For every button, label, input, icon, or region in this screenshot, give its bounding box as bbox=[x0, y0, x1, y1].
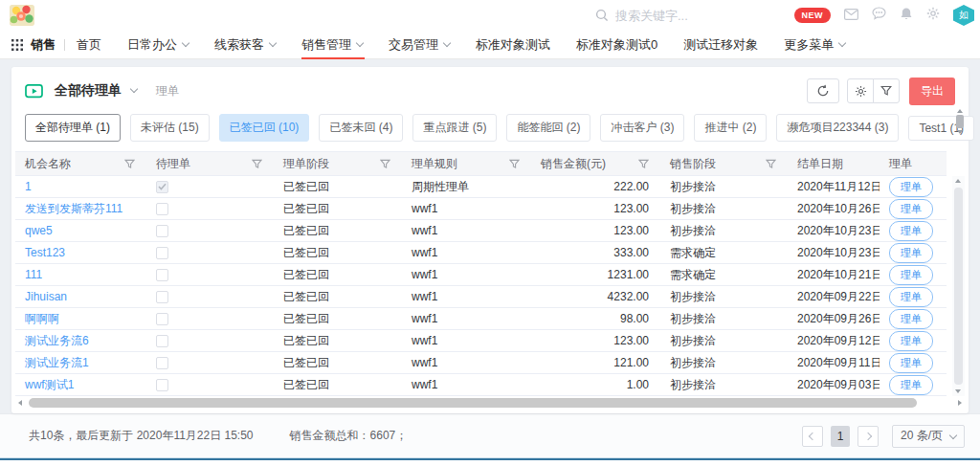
opportunity-link[interactable]: Test123 bbox=[25, 246, 65, 259]
opportunity-link[interactable]: 测试业务流1 bbox=[25, 355, 89, 371]
opportunity-link[interactable]: Jihuisan bbox=[25, 290, 67, 303]
nav-item-交易管理[interactable]: 交易管理 bbox=[389, 31, 450, 59]
pending-checkbox[interactable] bbox=[156, 335, 168, 347]
column-header[interactable]: 机会名称 bbox=[15, 152, 146, 175]
global-search[interactable] bbox=[595, 0, 759, 31]
opportunity-link[interactable]: qwe5 bbox=[25, 224, 53, 237]
app-logo[interactable] bbox=[10, 5, 34, 26]
inbox-icon[interactable] bbox=[844, 7, 858, 24]
page-size-select[interactable]: 20 条/页 bbox=[892, 425, 965, 448]
opportunity-link[interactable]: wwf测试1 bbox=[25, 377, 74, 393]
scroll-down-icon[interactable] bbox=[955, 389, 961, 393]
nav-item-label: 交易管理 bbox=[389, 36, 438, 54]
opportunity-link[interactable]: 1 bbox=[25, 180, 32, 193]
scroll-left-icon[interactable] bbox=[18, 400, 22, 406]
nav-item-标准对象测试[interactable]: 标准对象测试 bbox=[476, 31, 550, 59]
filter-chip[interactable]: 已签未回 (4) bbox=[319, 114, 403, 142]
pending-checkbox[interactable] bbox=[156, 313, 168, 325]
funnel-filter-icon[interactable] bbox=[380, 159, 390, 169]
filter-button[interactable] bbox=[873, 78, 900, 103]
handle-order-button[interactable]: 理单 bbox=[889, 353, 933, 373]
handle-order-button[interactable]: 理单 bbox=[889, 331, 933, 351]
handle-order-button[interactable]: 理单 bbox=[889, 243, 933, 263]
filter-chip[interactable]: 能签能回 (2) bbox=[506, 114, 590, 142]
nav-item-标准对象测试0[interactable]: 标准对象测试0 bbox=[576, 31, 657, 59]
funnel-filter-icon[interactable] bbox=[766, 159, 776, 169]
opportunity-link[interactable]: 发送到发斯蒂芬111 bbox=[25, 201, 122, 217]
new-badge[interactable]: NEW bbox=[794, 8, 832, 23]
scroll-right-icon[interactable] bbox=[958, 400, 962, 406]
opportunity-name-cell: 测试业务流1 bbox=[15, 352, 146, 373]
bell-icon[interactable] bbox=[900, 7, 913, 25]
opportunity-link[interactable]: 测试业务流6 bbox=[25, 333, 89, 349]
nav-item-日常办公[interactable]: 日常办公 bbox=[127, 31, 189, 59]
scroll-down-icon[interactable] bbox=[957, 130, 963, 134]
nav-item-线索获客[interactable]: 线索获客 bbox=[214, 31, 276, 59]
handle-order-button[interactable]: 理单 bbox=[889, 221, 933, 241]
filter-chip[interactable]: 已签已回 (10) bbox=[219, 114, 310, 142]
scroll-up-icon[interactable] bbox=[955, 179, 961, 183]
handle-order-button[interactable]: 理单 bbox=[889, 309, 933, 329]
nav-item-更多菜单[interactable]: 更多菜单 bbox=[784, 31, 845, 59]
handle-order-button[interactable]: 理单 bbox=[889, 265, 933, 285]
pending-checkbox[interactable] bbox=[156, 203, 168, 215]
nav-item-测试迁移对象[interactable]: 测试迁移对象 bbox=[683, 31, 758, 59]
filter-chip[interactable]: 全部待理单 (1) bbox=[25, 114, 121, 142]
nav-item-销售管理[interactable]: 销售管理 bbox=[301, 31, 363, 59]
chips-scrollbar[interactable] bbox=[954, 109, 966, 134]
scroll-up-icon[interactable] bbox=[957, 109, 963, 113]
pending-checkbox[interactable] bbox=[156, 225, 168, 237]
horizontal-scrollbar[interactable] bbox=[17, 398, 963, 408]
funnel-filter-icon[interactable] bbox=[509, 159, 520, 169]
nav-item-label: 标准对象测试0 bbox=[576, 36, 657, 54]
column-label: 销售阶段 bbox=[670, 156, 716, 172]
funnel-filter-icon[interactable] bbox=[252, 159, 262, 169]
view-selector[interactable]: 全部待理单 bbox=[55, 82, 122, 100]
pending-checkbox[interactable] bbox=[156, 247, 168, 259]
funnel-filter-icon[interactable] bbox=[638, 159, 649, 169]
scroll-thumb[interactable] bbox=[956, 115, 964, 128]
sales-stage-cell: 初步接洽 bbox=[660, 220, 788, 241]
refresh-button[interactable] bbox=[807, 78, 839, 103]
handle-order-button[interactable]: 理单 bbox=[889, 177, 933, 197]
opportunity-link[interactable]: 啊啊啊 bbox=[25, 311, 59, 327]
pending-checkbox[interactable] bbox=[156, 291, 168, 303]
column-header[interactable]: 理单阶段 bbox=[274, 152, 402, 175]
prev-page-button[interactable] bbox=[802, 426, 823, 447]
nav-item-首页[interactable]: 首页 bbox=[77, 31, 101, 59]
column-header[interactable]: 理单 bbox=[880, 152, 947, 175]
pending-checkbox[interactable] bbox=[156, 181, 168, 193]
handle-order-button[interactable]: 理单 bbox=[889, 375, 933, 395]
column-header[interactable]: 销售阶段 bbox=[660, 152, 788, 175]
filter-chip[interactable]: 冲击客户 (3) bbox=[600, 114, 684, 142]
chevron-down-icon[interactable] bbox=[130, 85, 138, 93]
filter-chip[interactable]: 濒危项目223344 (3) bbox=[776, 114, 899, 142]
action-cell: 理单 bbox=[880, 286, 947, 307]
pending-checkbox[interactable] bbox=[156, 269, 168, 281]
vertical-scrollbar[interactable] bbox=[952, 176, 965, 396]
handle-order-button[interactable]: 理单 bbox=[889, 199, 933, 219]
scroll-thumb[interactable] bbox=[954, 188, 963, 385]
gear-icon[interactable] bbox=[926, 7, 940, 24]
funnel-filter-icon[interactable] bbox=[124, 159, 135, 169]
column-header[interactable]: 销售金额(元) bbox=[531, 152, 660, 175]
user-avatar[interactable]: 如 bbox=[953, 5, 974, 26]
column-header[interactable]: 理单规则 bbox=[402, 152, 531, 175]
filter-chip[interactable]: 重点跟进 (5) bbox=[412, 114, 497, 142]
opportunity-link[interactable]: 111 bbox=[25, 268, 42, 281]
next-page-button[interactable] bbox=[858, 426, 879, 447]
handle-order-button[interactable]: 理单 bbox=[889, 287, 933, 307]
pending-checkbox[interactable] bbox=[156, 379, 168, 391]
scroll-thumb[interactable] bbox=[29, 398, 917, 408]
filter-chip[interactable]: 推进中 (2) bbox=[694, 114, 767, 142]
app-grid-icon[interactable] bbox=[11, 39, 23, 51]
filter-chip[interactable]: 未评估 (15) bbox=[130, 114, 210, 142]
column-header[interactable]: 结单日期 bbox=[788, 152, 880, 175]
settings-button[interactable] bbox=[847, 78, 874, 103]
current-page[interactable]: 1 bbox=[831, 426, 850, 447]
chat-icon[interactable] bbox=[872, 7, 886, 24]
column-header[interactable]: 待理单 bbox=[146, 152, 274, 175]
pending-checkbox[interactable] bbox=[156, 357, 168, 369]
export-button[interactable]: 导出 bbox=[909, 78, 955, 105]
search-input[interactable] bbox=[615, 9, 759, 23]
